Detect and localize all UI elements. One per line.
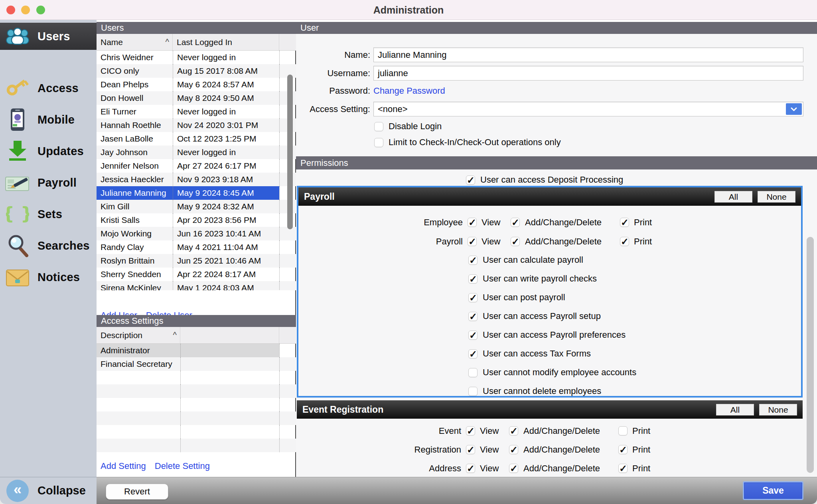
sidebar-item-sets[interactable]: { } Sets [0,201,97,228]
event-registration-section: Event Registration All None Event View A… [297,400,803,477]
user-row[interactable]: Randy ClayMay 4 2021 11:04 AM [97,240,296,254]
access-actions: Add Setting Delete Setting [97,459,210,473]
access-row-empty[interactable] [97,425,296,439]
username-label: Username: [223,66,370,81]
access-setting-dropdown[interactable]: <none> [373,102,803,116]
sidebar-item-notices[interactable]: Notices [0,264,97,291]
sidebar: Users Access [0,20,97,477]
event-all-button[interactable]: All [716,404,754,415]
svg-text:{ }: { } [6,203,29,224]
registration-acd-checkbox[interactable] [509,445,518,454]
sidebar-item-label: Searches [37,239,90,252]
chevron-down-icon[interactable] [786,103,802,115]
magnifier-icon [5,234,30,257]
access-setting-label: Access Setting: [223,102,370,116]
collapse-label: Collapse [37,484,86,497]
limit-cico-label: Limit to Check-In/Check-Out operations o… [389,137,561,148]
user-row-selected[interactable]: Julianne ManningMay 9 2024 8:45 AM [97,186,296,200]
sidebar-item-payroll[interactable]: Payroll [0,169,97,196]
footer-bar: Revert Save [97,477,817,504]
access-settings-header: Access Settings [97,315,296,327]
event-print-checkbox[interactable] [618,426,628,435]
users-column-name[interactable]: Name ^ [97,34,173,50]
payroll-none-button[interactable]: None [758,191,795,203]
password-label: Password: [223,84,370,98]
employee-view-checkbox[interactable] [468,218,477,227]
access-row-empty[interactable] [97,411,296,425]
calculate-payroll-checkbox[interactable] [468,256,478,265]
address-acd-checkbox[interactable] [509,464,518,473]
deposit-processing-label: User can access Deposit Processing [480,175,623,185]
user-row[interactable]: Jennifer NelsonApr 27 2024 6:17 PM [97,159,296,173]
user-row[interactable]: Jay JohnsonNever logged in [97,146,296,159]
user-row[interactable]: Kristi SallsApr 20 2023 8:56 PM [97,213,296,227]
address-view-checkbox[interactable] [466,464,475,473]
user-row[interactable]: Jasen LaBolleOct 12 2023 1:25 PM [97,132,296,146]
username-field[interactable]: julianne [373,66,803,81]
sidebar-item-mobile[interactable]: Mobile [0,106,97,133]
sidebar-item-access[interactable]: Access [0,75,97,102]
access-row-empty[interactable] [97,398,296,411]
limit-cico-checkbox[interactable] [374,138,383,147]
tax-forms-checkbox[interactable] [468,349,478,358]
name-field[interactable]: Julianne Manning [373,47,803,62]
access-row-empty[interactable] [97,371,296,384]
sidebar-item-users[interactable]: Users [0,23,97,50]
access-row-empty[interactable] [97,439,296,452]
revert-button[interactable]: Revert [106,484,168,500]
event-section-header: Event Registration All None [297,400,803,419]
user-row[interactable]: Sirena McKinleyMay 1 2024 8:03 AM [97,281,296,290]
payroll-print-checkbox[interactable] [620,237,629,246]
user-row[interactable]: Roslyn BrittainJun 25 2021 10:46 AM [97,254,296,268]
users-scrollbar[interactable] [287,75,293,229]
access-row-selected[interactable]: Administrator [97,344,296,357]
payroll-option-row: User can write payroll checks [468,272,597,285]
user-row[interactable]: Sherry SneddenApr 22 2024 8:17 AM [97,268,296,281]
sidebar-item-label: Notices [37,271,80,284]
check-pen-icon [5,172,30,193]
users-icon [5,26,30,46]
save-button[interactable]: Save [743,481,803,500]
event-view-checkbox[interactable] [466,426,475,435]
post-payroll-checkbox[interactable] [468,293,478,302]
user-row[interactable]: Mojo WorkingJun 16 2023 10:41 AM [97,227,296,240]
payroll-acd-checkbox[interactable] [511,237,520,246]
event-none-button[interactable]: None [759,404,797,415]
access-row[interactable]: Financial Secretary [97,357,296,371]
event-acd-checkbox[interactable] [509,426,518,435]
add-setting-link[interactable]: Add Setting [101,461,146,471]
braces-icon: { } [5,203,30,225]
sidebar-item-label: Payroll [37,176,77,189]
sidebar-item-updates[interactable]: Updates [0,138,97,165]
registration-print-checkbox[interactable] [618,445,628,454]
access-row-empty[interactable] [97,384,296,398]
payroll-option-row: User cannot modify employee accounts [468,366,636,379]
change-password-link[interactable]: Change Password [373,84,445,98]
payroll-setup-checkbox[interactable] [468,312,478,321]
vertical-scrollbar[interactable] [807,237,814,473]
write-payroll-checks-checkbox[interactable] [468,274,478,284]
payroll-option-row: User can access Tax Forms [468,347,591,360]
address-print-checkbox[interactable] [618,464,628,473]
payroll-preferences-checkbox[interactable] [468,331,478,340]
cannot-modify-employee-accounts-checkbox[interactable] [468,368,478,377]
user-row[interactable]: Kim GillMay 9 2024 8:32 AM [97,200,296,213]
deposit-processing-checkbox[interactable] [466,175,475,185]
employee-acd-checkbox[interactable] [511,218,520,227]
payroll-all-button[interactable]: All [714,191,752,203]
sidebar-item-searches[interactable]: Searches [0,232,97,259]
disable-login-label: Disable Login [389,121,442,132]
registration-view-checkbox[interactable] [466,445,475,454]
employee-print-checkbox[interactable] [620,218,629,227]
cannot-delete-employees-checkbox[interactable] [468,387,478,396]
collapse-bar[interactable]: « Collapse [0,477,97,504]
payroll-permission-row: Payroll View Add/Change/Delete Print [298,235,801,248]
user-row[interactable]: Hannah RoethleNov 24 2020 3:01 PM [97,118,296,132]
delete-setting-link[interactable]: Delete Setting [155,461,210,471]
sort-ascending-icon: ^ [166,37,169,47]
access-column-description[interactable]: Description ^ [97,327,180,343]
collapse-icon[interactable]: « [6,480,29,502]
disable-login-checkbox[interactable] [374,122,383,131]
payroll-view-checkbox[interactable] [468,237,477,246]
user-row[interactable]: Jessica HaecklerNov 9 2023 9:18 AM [97,173,296,186]
